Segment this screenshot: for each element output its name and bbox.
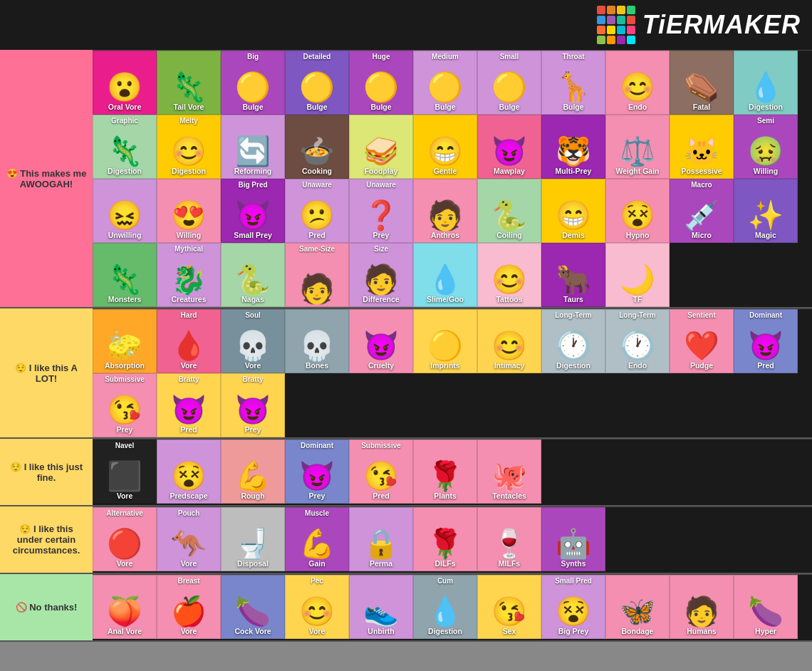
tier-item[interactable]: Big Pred😈Small Prey — [221, 179, 285, 243]
tier-item[interactable]: Submissive😘Pred — [349, 439, 413, 504]
tier-item[interactable]: 🔄Reforming — [221, 115, 285, 179]
tier-label-like-lot: 😌 I like this A LOT! — [0, 308, 93, 437]
tier-item[interactable]: 💧Slime/Goo — [413, 243, 477, 307]
tier-item[interactable]: 🌹Plants — [413, 439, 477, 504]
item-bottom-label: Vore — [181, 361, 197, 370]
item-bottom-label: Tail Vore — [174, 103, 204, 112]
tier-item[interactable]: Throat🦒Bulge — [541, 51, 605, 115]
tier-item[interactable]: Submissive😘Prey — [93, 373, 157, 437]
tier-item[interactable]: 😵Hypno — [605, 179, 670, 243]
tier-item[interactable]: 🟡Imprints — [413, 309, 477, 373]
tier-item[interactable]: 🍆Cock Vore — [221, 575, 285, 639]
tier-item[interactable]: Breast🍎Vore — [157, 575, 221, 639]
tier-item[interactable]: 🥪Foodplay — [349, 115, 413, 179]
tier-item[interactable]: Cum💧Digestion — [413, 575, 477, 639]
tier-item[interactable]: 🐍Nagas — [221, 243, 285, 307]
tier-item[interactable]: Unaware😕Pred — [285, 179, 349, 243]
tier-item[interactable]: 🍆Hyper — [734, 575, 798, 639]
tier-item[interactable]: 🔒Perma — [349, 507, 413, 571]
tier-item[interactable]: 💀Bones — [285, 309, 349, 373]
tier-item[interactable]: ⚖️Weight Gain — [605, 115, 670, 179]
tier-item[interactable]: Small🟡Bulge — [477, 51, 541, 115]
item-top-label: Same-Size — [286, 245, 348, 253]
tier-item[interactable]: 🤖Synths — [541, 507, 605, 571]
tier-item[interactable]: 🦋Bondage — [605, 575, 670, 639]
tier-item[interactable]: Dominant😈Pred — [734, 309, 798, 373]
tier-item[interactable]: 🌹DILFs — [413, 507, 477, 571]
tier-item[interactable]: Medium🟡Bulge — [413, 51, 477, 115]
tier-item[interactable]: Semi🤢Willing — [734, 115, 798, 179]
item-emoji: 😘 — [363, 462, 399, 490]
tier-item[interactable]: 🌙TF — [605, 243, 670, 307]
tier-item[interactable]: 😁Gentle — [413, 115, 477, 179]
tier-item[interactable]: ✨Magic — [734, 179, 798, 243]
tier-item[interactable]: Sentient❤️Pudge — [670, 309, 734, 373]
tier-item[interactable]: Detailed🟡Bulge — [285, 51, 349, 115]
tier-item[interactable]: 🚽Disposal — [221, 507, 285, 571]
logo-cell — [607, 36, 615, 44]
item-emoji: 🕐 — [556, 331, 591, 360]
tier-item[interactable]: 😍Willing — [157, 179, 221, 243]
tier-item[interactable]: Dominant😈Prey — [285, 439, 349, 504]
logo-cell — [627, 36, 635, 44]
tier-item[interactable]: Muscle💪Gain — [285, 507, 349, 571]
tier-item[interactable]: 🦎Monsters — [93, 243, 157, 307]
tier-item[interactable]: 🐙Tentacles — [477, 439, 541, 504]
item-bottom-label: Imprints — [430, 361, 459, 370]
tier-item[interactable]: 😖Unwilling — [93, 179, 157, 243]
tier-item[interactable]: 💧Digestion — [734, 51, 798, 115]
tier-item[interactable]: Navel⬛Vore — [93, 439, 157, 504]
tier-item[interactable]: 🦎Tail Vore — [157, 51, 221, 115]
tier-item[interactable]: Pouch🦘Vore — [157, 507, 221, 571]
tier-item[interactable]: 😊Endo — [605, 51, 670, 115]
tier-item[interactable]: Small Pred😵Big Prey — [541, 575, 605, 639]
tier-item[interactable]: Big🟡Bulge — [221, 51, 285, 115]
tier-item[interactable]: 😘Sex — [477, 575, 541, 639]
tier-item[interactable]: 🍷MILFs — [477, 507, 541, 571]
tier-item[interactable]: Long-Term🕐Digestion — [541, 309, 605, 373]
tier-item[interactable]: 🍑Anal Vore — [93, 575, 157, 639]
tier-item[interactable]: Alternative🔴Vore — [93, 507, 157, 571]
tier-item[interactable]: 😈Cruelty — [349, 309, 413, 373]
tier-item[interactable]: Bratty😈Prey — [221, 373, 285, 437]
item-bottom-label: Prey — [373, 231, 390, 240]
tier-item[interactable]: Melty😊Digestion — [157, 115, 221, 179]
tier-item[interactable]: Unaware❓Prey — [349, 179, 413, 243]
tier-item[interactable]: 🧑Anthros — [413, 179, 477, 243]
tier-item[interactable]: 💪Rough — [221, 439, 285, 504]
tier-item[interactable]: Bratty😈Pred — [157, 373, 221, 437]
tier-item[interactable]: Huge🟡Bulge — [349, 51, 413, 115]
tier-item[interactable]: 👟Unbirth — [349, 575, 413, 639]
tier-item[interactable]: ⚰️Fatal — [670, 51, 734, 115]
item-bottom-label: Digestion — [556, 361, 590, 370]
item-bottom-label: Difference — [363, 295, 399, 304]
tier-item[interactable]: Graphic🦎Digestion — [93, 115, 157, 179]
tier-item[interactable]: Hard🩸Vore — [157, 309, 221, 373]
tier-item[interactable]: 😮Oral Vore — [93, 51, 157, 115]
tier-item[interactable]: 😁Demis — [541, 179, 605, 243]
tier-item[interactable]: 🐱Possessive — [670, 115, 734, 179]
tier-item[interactable]: 😵Predscape — [157, 439, 221, 504]
tier-item[interactable]: Mythical🐉Creatures — [157, 243, 221, 307]
item-emoji: 😊 — [491, 331, 527, 360]
item-emoji: 😊 — [620, 73, 655, 101]
tier-item[interactable]: 😊Intimacy — [477, 309, 541, 373]
tier-item[interactable]: 🧽Absorption — [93, 309, 157, 373]
tier-item[interactable]: 😈Mawplay — [477, 115, 541, 179]
tier-item[interactable]: Size🧑Difference — [349, 243, 413, 307]
tier-item[interactable]: 🐍Coiling — [477, 179, 541, 243]
tier-item[interactable]: Pec😊Vore — [285, 575, 349, 639]
item-top-label: Breast — [157, 577, 220, 585]
tier-item[interactable]: 😊Tattoos — [477, 243, 541, 307]
item-bottom-label: Bulge — [370, 103, 391, 112]
tier-item[interactable]: Long-Term🕐Endo — [605, 309, 670, 373]
item-bottom-label: TF — [633, 295, 642, 304]
tier-item[interactable]: 🧑Humans — [670, 575, 734, 639]
tier-item[interactable]: Same-Size🧑 — [285, 243, 349, 307]
tier-item[interactable]: 🐯Multi-Prey — [541, 115, 605, 179]
item-emoji: 🔴 — [107, 529, 142, 558]
tier-item[interactable]: Soul💀Vore — [221, 309, 285, 373]
tier-item[interactable]: Macro💉Micro — [670, 179, 734, 243]
tier-item[interactable]: 🍲Cooking — [285, 115, 349, 179]
tier-item[interactable]: 🐂Taurs — [541, 243, 605, 307]
